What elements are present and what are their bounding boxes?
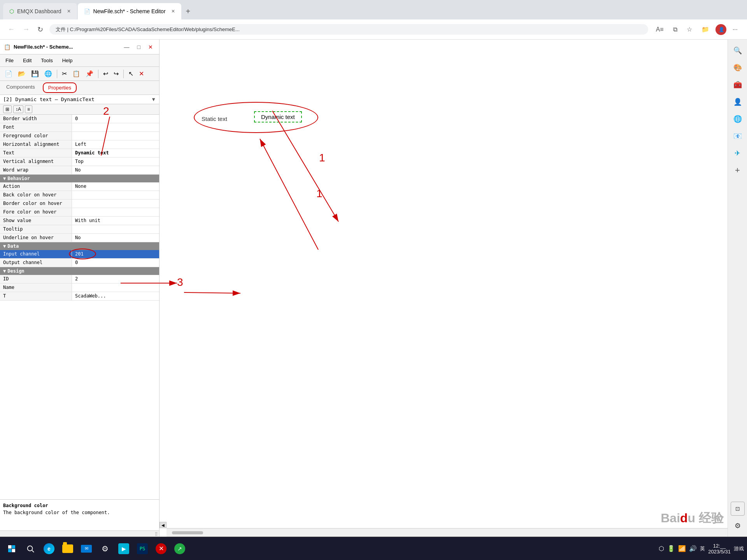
panel-maximize-button[interactable]: □ [135,43,143,51]
panel-close-button[interactable]: ✕ [146,43,155,51]
panel-resize-handle[interactable]: ⣿ [0,530,159,537]
tab-emqx[interactable]: ⬡ EMQX Dashboard ✕ [3,3,77,19]
right-search-button[interactable]: 🔍 [731,44,745,58]
more-button[interactable]: ··· [729,24,741,35]
taskbar-settings[interactable]: ⚙ [96,540,114,557]
forward-button[interactable]: → [21,24,31,35]
collections-button[interactable]: 📁 [698,24,712,35]
paste-button[interactable]: 📌 [83,68,96,79]
right-camera-button[interactable]: ⊡ [731,502,745,516]
tab-properties[interactable]: Properties [43,82,77,93]
taskbar-battery[interactable]: 🔋 [667,545,675,552]
read-mode-button[interactable]: A≡ [653,24,667,35]
taskbar-app1[interactable]: ▶ [115,540,132,557]
right-globe-button[interactable]: 🌐 [731,112,745,126]
taskbar-edge[interactable]: e [40,540,58,557]
menu-edit[interactable]: Edit [21,57,33,64]
panel-minimize-button[interactable]: — [122,43,132,51]
taskbar-network[interactable]: 📶 [678,545,686,552]
new-button[interactable]: 📄 [2,68,15,79]
component-selector[interactable]: [2] Dynamic text — DynamicText ▼ [0,95,159,104]
address-input[interactable] [49,24,648,35]
svg-rect-4 [8,545,12,549]
panel-toolbar: 📄 📂 💾 🌐 ✂ 📋 📌 ↩ ↪ ↖ ✕ [0,67,159,81]
back-button[interactable]: ← [6,24,16,35]
section-data[interactable]: ▼ Data [0,242,159,250]
account-button[interactable]: 👤 [715,24,726,35]
dynamic-text-box[interactable]: Dynamic text [254,111,302,122]
separator-1 [57,70,57,78]
right-paint-button[interactable]: 🎨 [731,61,745,75]
delete-button[interactable]: ✕ [137,68,146,79]
clock-time: 12:__ [708,543,731,549]
redo-button[interactable]: ↪ [111,68,121,79]
right-outlook-button[interactable]: 📧 [731,129,745,143]
section-design[interactable]: ▼ Design [0,267,159,275]
component-selector-arrow[interactable]: ▼ [151,96,156,102]
section-design-label: Design [7,268,24,274]
taskbar-mail[interactable]: ✉ [78,540,95,557]
start-button[interactable] [3,540,20,557]
tab-emqx-close[interactable]: ✕ [67,9,71,14]
prop-row-output-channel: Output channel 0 [0,259,159,267]
pointer-button[interactable]: ↖ [126,68,136,79]
split-view-button[interactable]: ⧉ [670,24,680,35]
menu-help[interactable]: Help [61,57,74,64]
taskbar-show-desktop[interactable]: 游戏 [734,545,744,552]
right-add-button[interactable]: + [731,163,745,177]
tab-scheme-editor[interactable]: 📄 NewFile.sch* - Scheme Editor ✕ [78,3,181,19]
prop-row-input-channel: Input channel 201 [0,250,159,259]
horizontal-scrollbar[interactable] [167,528,728,537]
right-tools-button[interactable]: 🧰 [731,78,745,92]
taskbar: e ✉ ⚙ ▶ PS ✕ ↗ [0,537,747,560]
prop-row-h-align: Horizontal alignment Left [0,140,159,149]
address-bar: ← → ↻ A≡ ⧉ ☆ 📁 👤 ··· [0,19,747,40]
section-data-arrow: ▼ [3,243,6,249]
separator-3 [123,70,124,78]
categorized-view-button[interactable]: ⊞ [3,105,12,113]
taskbar-app2[interactable]: ✕ [153,540,170,557]
save-button[interactable]: 💾 [29,68,41,79]
taskbar-clock[interactable]: 12:__ 2023/5/31 [708,543,731,555]
taskbar-search[interactable] [22,540,39,557]
taskbar-right: ⬡ 🔋 📶 🔊 英 12:__ 2023/5/31 游戏 [659,543,744,555]
prop-row-word-wrap: Word wrap No [0,166,159,175]
tab-emqx-label: EMQX Dashboard [17,8,61,14]
taskbar-bluetooth[interactable]: ⬡ [659,545,664,552]
list-view-button[interactable]: ≡ [25,105,32,113]
component-selector-text: [2] Dynamic text — DynamicText [3,96,151,102]
taskbar-lang[interactable]: 英 [700,545,705,552]
taskbar-terminal[interactable]: PS [134,540,151,557]
copy-button[interactable]: 📋 [70,68,82,79]
tab-components[interactable]: Components [2,82,40,93]
favorites-button[interactable]: ☆ [684,24,695,35]
cut-button[interactable]: ✂ [60,68,69,79]
open-button[interactable]: 📂 [16,68,28,79]
taskbar-app3[interactable]: ↗ [171,540,188,557]
canvas-area[interactable]: ◀ Static text Dynamic text [160,40,728,537]
taskbar-sound[interactable]: 🔊 [689,545,697,552]
section-behavior[interactable]: ▼ Behavior [0,175,159,182]
menu-tools[interactable]: Tools [39,57,54,64]
undo-button[interactable]: ↩ [101,68,110,79]
new-tab-button[interactable]: + [182,5,195,18]
properties-table: Border width 0 Font Foreground color Hor… [0,115,159,499]
tab-scheme-icon: 📄 [84,9,90,14]
right-settings-button[interactable]: ⚙ [731,519,745,533]
sorted-view-button[interactable]: ↕A [13,105,23,113]
tab-scheme-close[interactable]: ✕ [171,9,175,14]
scroll-left-button[interactable]: ◀ [160,522,167,528]
svg-point-8 [28,546,33,551]
right-app-button[interactable]: ✈ [731,146,745,160]
tab-emqx-icon: ⬡ [9,8,14,14]
menu-file[interactable]: File [4,57,15,64]
prop-icons-bar: ⊞ ↕A ≡ [0,104,159,115]
section-design-arrow: ▼ [3,268,6,274]
refresh-button[interactable]: ↻ [36,24,45,35]
prop-row-font: Font [0,123,159,132]
taskbar-explorer[interactable] [59,540,76,557]
web-button[interactable]: 🌐 [42,68,54,79]
prop-row-v-align: Vertical alignment Top [0,158,159,166]
right-user-button[interactable]: 👤 [731,95,745,109]
scroll-thumb[interactable] [172,531,203,534]
